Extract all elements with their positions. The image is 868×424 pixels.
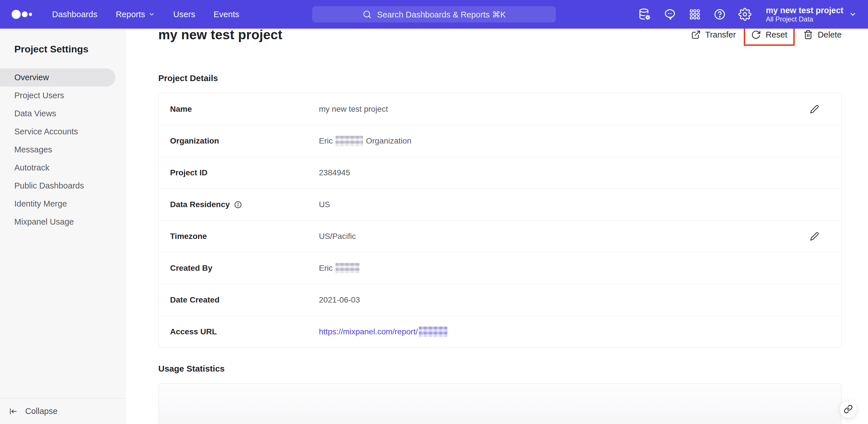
usage-statistics-card	[158, 383, 842, 424]
row-value-suffix: Organization	[366, 136, 411, 145]
row-value: US	[319, 200, 330, 209]
redacted-text	[419, 327, 447, 337]
nav-item-users[interactable]: Users	[173, 10, 195, 19]
nav-item-label: Dashboards	[52, 10, 97, 19]
data-management-button[interactable]	[638, 8, 651, 21]
feedback-button[interactable]	[663, 8, 677, 21]
pencil-icon	[810, 232, 819, 241]
table-row-timezone: Timezone US/Pacific	[159, 220, 841, 252]
delete-label: Delete	[817, 30, 842, 39]
project-details-card: Name my new test project Organization Er…	[158, 93, 842, 348]
database-gear-icon	[638, 8, 651, 21]
redacted-text	[336, 263, 360, 273]
row-value: US/Pacific	[319, 232, 356, 241]
access-url-text: https://mixpanel.com/report/	[319, 327, 418, 336]
edit-timezone-button[interactable]	[808, 230, 821, 243]
current-project-scope: All Project Data	[766, 15, 843, 23]
help-button[interactable]	[713, 8, 726, 21]
sidebar-item-label: Data Views	[14, 109, 56, 118]
transfer-label: Transfer	[705, 30, 736, 39]
settings-button[interactable]	[738, 8, 751, 21]
nav-item-label: Events	[214, 10, 239, 19]
settings-sidebar: Project Settings Overview Project Users …	[0, 29, 126, 424]
row-label: Access URL	[170, 327, 217, 336]
sidebar-nav: Overview Project Users Data Views Servic…	[0, 68, 126, 231]
transfer-icon	[691, 30, 701, 39]
delete-button[interactable]: Delete	[803, 30, 842, 39]
project-details-heading: Project Details	[158, 73, 842, 83]
row-value-prefix: Eric	[319, 263, 333, 273]
search-input[interactable]: Search Dashboards & Reports ⌘K	[312, 6, 556, 23]
row-label: Data Residency	[170, 200, 230, 209]
row-label: Name	[170, 105, 192, 114]
row-label: Created By	[170, 263, 212, 273]
sidebar-item-messages[interactable]: Messages	[0, 141, 126, 159]
sidebar-item-label: Autotrack	[14, 163, 50, 172]
table-row-project-id: Project ID 2384945	[159, 157, 841, 189]
row-value: 2384945	[319, 168, 350, 177]
navbar-right: my new test project All Project Data	[638, 5, 857, 24]
collapse-label: Collapse	[25, 406, 58, 416]
sidebar-item-label: Project Users	[14, 91, 64, 100]
copy-link-button[interactable]	[839, 400, 857, 418]
search-icon	[362, 9, 372, 19]
apps-grid-icon	[688, 8, 701, 21]
nav-item-dashboards[interactable]: Dashboards	[52, 10, 97, 19]
table-row-data-residency: Data Residency US	[159, 189, 841, 220]
row-value: my new test project	[319, 105, 388, 114]
chevron-down-icon	[149, 11, 155, 18]
sidebar-item-identity-merge[interactable]: Identity Merge	[0, 195, 126, 213]
link-icon	[844, 404, 853, 414]
row-label: Project ID	[170, 168, 208, 177]
sidebar-item-service-accounts[interactable]: Service Accounts	[0, 123, 126, 141]
row-label: Organization	[170, 136, 219, 145]
chevron-down-icon	[849, 10, 857, 18]
nav-item-events[interactable]: Events	[214, 10, 239, 19]
row-label: Date Created	[170, 295, 220, 305]
primary-nav: Dashboards Reports Users Events	[52, 10, 239, 19]
search-placeholder: Search Dashboards & Reports ⌘K	[377, 9, 506, 19]
chat-bubble-icon	[663, 8, 677, 21]
collapse-icon	[8, 407, 18, 416]
table-row-date-created: Date Created 2021-06-03	[159, 284, 841, 316]
project-switcher[interactable]: my new test project All Project Data	[766, 5, 857, 24]
sidebar-item-data-views[interactable]: Data Views	[0, 105, 126, 123]
data-residency-info-button[interactable]	[234, 201, 242, 209]
top-navbar: Dashboards Reports Users Events Search D…	[0, 0, 868, 29]
row-value: 2021-06-03	[319, 295, 360, 305]
reset-label: Reset	[766, 30, 787, 39]
row-value-prefix: Eric	[319, 136, 333, 145]
reset-icon	[751, 30, 761, 39]
sidebar-item-label: Public Dashboards	[14, 181, 84, 191]
sidebar-item-label: Messages	[14, 145, 52, 154]
sidebar-item-label: Overview	[14, 73, 49, 82]
table-row-access-url: Access URL https://mixpanel.com/report/	[159, 316, 841, 347]
sidebar-item-project-users[interactable]: Project Users	[0, 86, 126, 105]
trash-icon	[803, 30, 813, 39]
nav-item-reports[interactable]: Reports	[116, 10, 155, 19]
usage-statistics-heading: Usage Statistics	[158, 364, 842, 374]
row-label: Timezone	[170, 232, 207, 241]
edit-name-button[interactable]	[808, 103, 821, 115]
apps-button[interactable]	[688, 8, 701, 21]
collapse-sidebar-button[interactable]: Collapse	[0, 398, 126, 424]
sidebar-item-public-dashboards[interactable]: Public Dashboards	[0, 177, 126, 195]
mixpanel-logo[interactable]	[11, 8, 34, 21]
sidebar-item-overview[interactable]: Overview	[0, 68, 115, 86]
sidebar-item-mixpanel-usage[interactable]: Mixpanel Usage	[0, 213, 126, 231]
table-row-name: Name my new test project	[159, 93, 841, 125]
info-icon	[234, 201, 242, 209]
table-row-created-by: Created By Eric	[159, 252, 841, 284]
main-content: my new test project Transfer Reset	[126, 0, 868, 424]
table-row-organization: Organization Eric Organization	[159, 125, 841, 157]
transfer-button[interactable]: Transfer	[691, 30, 736, 39]
reset-button[interactable]: Reset	[751, 30, 787, 39]
nav-item-label: Reports	[116, 10, 145, 19]
project-switcher-text: my new test project All Project Data	[766, 5, 843, 24]
current-project-name: my new test project	[766, 5, 843, 15]
sidebar-item-label: Service Accounts	[14, 127, 78, 136]
access-url-link[interactable]: https://mixpanel.com/report/	[319, 327, 447, 337]
help-icon	[713, 8, 726, 21]
sidebar-item-autotrack[interactable]: Autotrack	[0, 159, 126, 177]
sidebar-title: Project Settings	[14, 44, 126, 55]
